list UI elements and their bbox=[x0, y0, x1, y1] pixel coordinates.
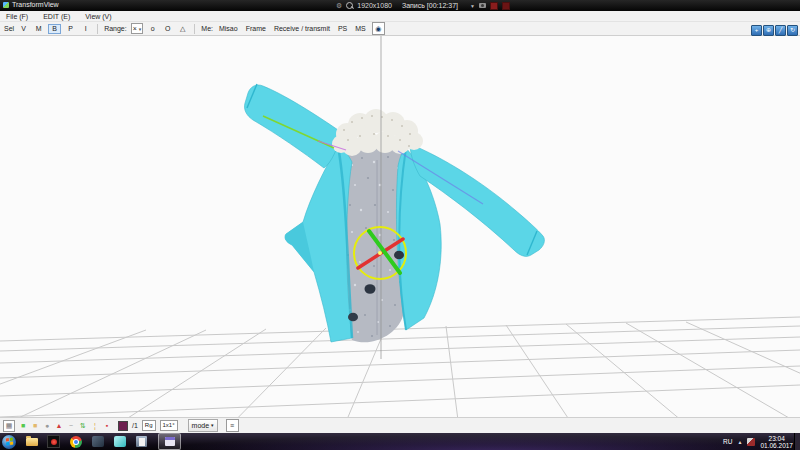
clock-time: 23:04 bbox=[760, 435, 793, 442]
window-icon bbox=[165, 437, 175, 446]
mode-move-button[interactable]: M bbox=[33, 24, 44, 34]
range-value: × bbox=[133, 25, 137, 32]
mode-label: mode bbox=[192, 420, 210, 431]
player-icon bbox=[92, 436, 104, 447]
sel-label: Sel bbox=[4, 25, 14, 32]
viewport-3d[interactable] bbox=[0, 36, 800, 417]
taskbar-items bbox=[24, 433, 181, 450]
gizmo-center[interactable] bbox=[378, 251, 382, 255]
shape-triangle-button[interactable]: △ bbox=[177, 24, 188, 34]
windows-logo-icon bbox=[5, 438, 12, 446]
ps-button[interactable]: PS bbox=[336, 25, 349, 32]
magnifier-icon[interactable] bbox=[346, 2, 353, 9]
menu-file[interactable]: File (F) bbox=[6, 13, 28, 20]
range-select[interactable]: × ▾ bbox=[131, 23, 144, 34]
taskbar-item-player[interactable] bbox=[90, 435, 105, 449]
menu-view[interactable]: View (V) bbox=[85, 13, 111, 20]
range-label: Range: bbox=[104, 25, 127, 32]
menu-edit[interactable]: EDIT (E) bbox=[43, 13, 70, 20]
wave-toggle-icon[interactable]: ~ bbox=[67, 421, 75, 430]
mode-bone-button[interactable]: B bbox=[48, 24, 61, 34]
taskbar-item-transformview-active[interactable] bbox=[158, 433, 181, 450]
capture-resolution: 1920x1080 bbox=[357, 2, 392, 9]
folder-icon bbox=[26, 438, 38, 446]
red-dot-toggle-icon[interactable]: ▪ bbox=[103, 421, 111, 430]
mode-p-button[interactable]: P bbox=[65, 24, 76, 34]
window-title: TransformView bbox=[12, 1, 59, 8]
screen: TransformView ⚙ 1920x1080 Запись [00:12:… bbox=[0, 0, 800, 450]
frame-button[interactable]: Frame bbox=[244, 25, 268, 32]
view-controls: + ⊕ ╱ ↻ bbox=[751, 25, 798, 36]
ground-grid bbox=[0, 317, 800, 417]
rotate-view-button[interactable]: ↻ bbox=[787, 25, 798, 36]
tray-notification-icon[interactable] bbox=[747, 438, 755, 446]
app-icon bbox=[3, 2, 9, 8]
document-icon bbox=[136, 436, 147, 447]
orange-square-toggle-icon[interactable]: ■ bbox=[31, 421, 39, 430]
list-icon[interactable]: ≡ bbox=[226, 419, 239, 432]
language-indicator[interactable]: RU bbox=[723, 438, 732, 445]
show-desktop-button[interactable] bbox=[794, 433, 800, 450]
record-status: Запись [00:12:37] bbox=[402, 2, 458, 9]
menu-bar: File (F) EDIT (E) View (V) bbox=[0, 11, 800, 22]
coat-button bbox=[365, 284, 376, 294]
grid-toggle-icon[interactable]: ▦ bbox=[3, 420, 15, 432]
mmd-icon bbox=[114, 436, 126, 447]
mode-vertex-button[interactable]: V bbox=[18, 24, 29, 34]
tray-expand-icon[interactable]: ▲ bbox=[738, 439, 743, 445]
arrows-toggle-icon[interactable]: ⇅ bbox=[79, 421, 87, 430]
shape-small-circle-button[interactable]: o bbox=[147, 24, 158, 34]
angle-step-field[interactable]: 1x1° bbox=[160, 420, 178, 431]
pan-view-button[interactable]: + bbox=[751, 25, 762, 36]
axis-view-button[interactable]: ╱ bbox=[775, 25, 786, 36]
taskbar-clock[interactable]: 23:04 01.06.2017 bbox=[760, 435, 793, 449]
misao-button[interactable]: Misao bbox=[217, 25, 240, 32]
taskbar-item-editor[interactable] bbox=[134, 435, 149, 449]
taskbar: RU ▲ 23:04 01.06.2017 bbox=[0, 433, 800, 450]
shape-large-circle-button[interactable]: O bbox=[162, 24, 173, 34]
taskbar-item-explorer[interactable] bbox=[24, 435, 39, 449]
chevron-down-icon: ▾ bbox=[211, 420, 214, 431]
mode-i-button[interactable]: I bbox=[80, 24, 91, 34]
rg-field[interactable]: Rg bbox=[142, 420, 156, 431]
ms-button[interactable]: MS bbox=[353, 25, 368, 32]
grey-dot-toggle-icon[interactable]: ● bbox=[43, 421, 51, 430]
system-tray: RU ▲ 23:04 01.06.2017 bbox=[723, 433, 793, 450]
gear-icon[interactable]: ⚙ bbox=[336, 2, 342, 9]
green-square-toggle-icon[interactable]: ■ bbox=[19, 421, 27, 430]
stop-button[interactable] bbox=[502, 2, 510, 10]
start-button[interactable] bbox=[2, 435, 16, 449]
center-view-button[interactable]: ⊕ bbox=[763, 25, 774, 36]
color-swatch[interactable] bbox=[118, 421, 128, 431]
toolbar: Sel V M B P I Range: × ▾ o O △ Me: Misao… bbox=[0, 22, 800, 36]
record-button[interactable] bbox=[490, 2, 498, 10]
taskbar-item-mmd[interactable] bbox=[112, 435, 127, 449]
clock-date: 01.06.2017 bbox=[760, 442, 793, 449]
red-triangle-toggle-icon[interactable]: ▲ bbox=[55, 421, 63, 430]
divisor-label: /1 bbox=[132, 422, 138, 429]
recorder-bar: TransformView ⚙ 1920x1080 Запись [00:12:… bbox=[0, 0, 800, 11]
bottom-bar: ▦ ■ ■ ● ▲ ~ ⇅ ¦ ▪ /1 Rg 1x1° mode ▾ ≡ bbox=[0, 417, 800, 433]
chevron-down-icon[interactable]: ▼ bbox=[470, 3, 475, 9]
recorder-controls: ⚙ 1920x1080 Запись [00:12:37] ▼ bbox=[336, 0, 510, 11]
coat-button bbox=[348, 313, 358, 322]
target-icon[interactable]: ◉ bbox=[372, 22, 385, 35]
record-app-icon bbox=[47, 435, 60, 448]
toolbar-separator bbox=[194, 24, 195, 34]
me-label: Me: bbox=[201, 25, 213, 32]
taskbar-item-chrome[interactable] bbox=[68, 435, 83, 449]
coat-button bbox=[394, 251, 404, 260]
taskbar-item-recorder[interactable] bbox=[46, 435, 61, 449]
mode-dropdown[interactable]: mode ▾ bbox=[188, 419, 218, 432]
camera-icon[interactable] bbox=[479, 3, 486, 8]
receive-transmit-button[interactable]: Receive / transmit bbox=[272, 25, 332, 32]
bar-toggle-icon[interactable]: ¦ bbox=[91, 421, 99, 430]
model-jacket[interactable] bbox=[244, 84, 544, 342]
jacket-left-sleeve bbox=[244, 85, 341, 168]
chevron-down-icon: ▾ bbox=[139, 26, 142, 32]
fur-collar bbox=[332, 109, 423, 156]
viewport-canvas[interactable] bbox=[0, 36, 800, 417]
toolbar-separator bbox=[97, 24, 98, 34]
chrome-icon bbox=[70, 436, 82, 448]
window-titlebar[interactable]: TransformView bbox=[3, 1, 59, 8]
